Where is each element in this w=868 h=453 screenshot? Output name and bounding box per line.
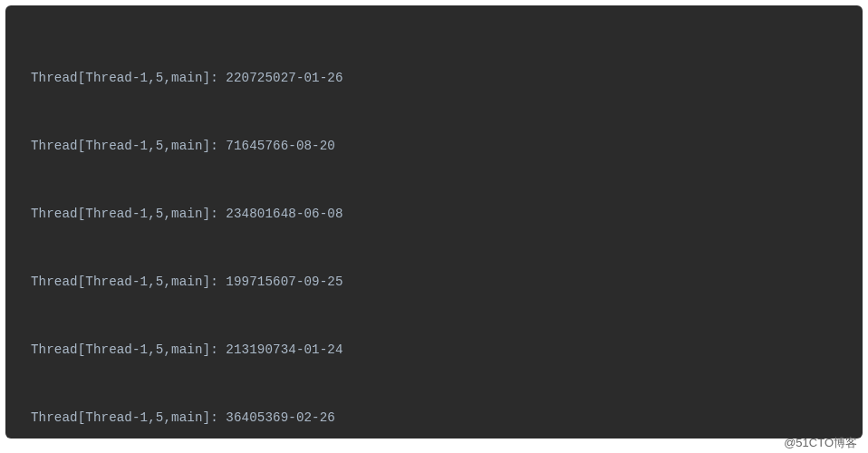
log-value: 36405369-02-26 xyxy=(226,410,335,425)
log-value: 234801648-06-08 xyxy=(226,207,342,221)
log-line: Thread[Thread-1,5,main]: 213190734-01-24 xyxy=(31,339,854,361)
log-value: 199715607-09-25 xyxy=(226,275,342,289)
thread-name: Thread[Thread-1,5,main] xyxy=(31,139,210,153)
log-line: Thread[Thread-1,5,main]: 220725027-01-26 xyxy=(31,67,854,90)
log-value: 213190734-01-24 xyxy=(226,342,342,357)
log-value: 71645766-08-20 xyxy=(226,139,335,153)
thread-name: Thread[Thread-1,5,main] xyxy=(31,207,210,221)
thread-name: Thread[Thread-1,5,main] xyxy=(31,71,210,85)
console-output[interactable]: Thread[Thread-1,5,main]: 220725027-01-26… xyxy=(5,5,863,439)
log-line: Thread[Thread-1,5,main]: 36405369-02-26 xyxy=(31,407,854,429)
thread-name: Thread[Thread-1,5,main] xyxy=(31,275,210,289)
watermark: @51CTO博客 xyxy=(784,435,857,451)
log-value: 220725027-01-26 xyxy=(226,71,342,85)
log-line: Thread[Thread-1,5,main]: 199715607-09-25 xyxy=(31,271,854,294)
log-line: Thread[Thread-1,5,main]: 234801648-06-08 xyxy=(31,203,854,226)
thread-name: Thread[Thread-1,5,main] xyxy=(31,342,210,357)
log-line: Thread[Thread-1,5,main]: 71645766-08-20 xyxy=(31,135,854,158)
thread-name: Thread[Thread-1,5,main] xyxy=(31,410,210,425)
